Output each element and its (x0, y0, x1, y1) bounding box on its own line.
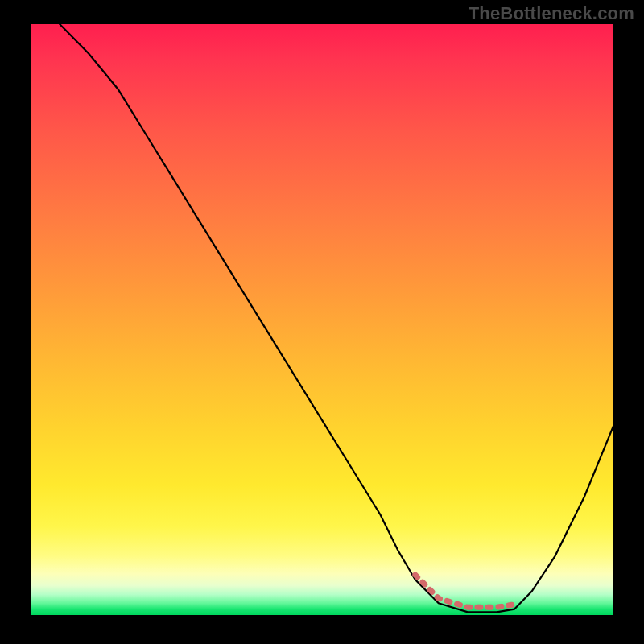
highlight-band (415, 575, 514, 607)
bottleneck-curve (60, 24, 613, 612)
watermark-text: TheBottleneck.com (469, 3, 634, 24)
chart-frame: TheBottleneck.com (0, 0, 644, 644)
plot-area (31, 24, 613, 615)
curve-layer (31, 24, 613, 615)
